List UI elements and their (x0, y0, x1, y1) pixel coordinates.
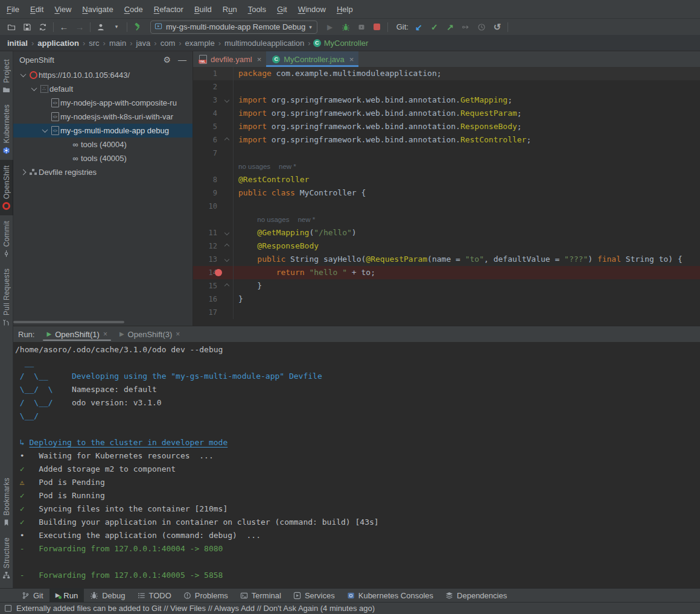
toolwindow-button-problems[interactable]: Problems (177, 589, 234, 602)
gutter-line-number[interactable]: 6 (193, 133, 221, 147)
sidebar-item-commit[interactable]: Commit (0, 215, 13, 263)
run-play-button[interactable]: ▶ (322, 20, 338, 34)
menu-git[interactable]: Git (272, 5, 293, 14)
gutter-line-number[interactable]: 4 (193, 107, 221, 120)
gear-icon[interactable]: ⚙ (163, 55, 171, 64)
git-cherry-pick-button[interactable] (458, 20, 474, 34)
sidebar-item-structure[interactable]: Structure (0, 532, 13, 584)
breadcrumb-item[interactable]: src (88, 39, 100, 48)
toolwindow-button-debug[interactable]: Debug (84, 589, 131, 602)
gutter-line-number[interactable]: 15 (193, 279, 221, 293)
toolwindow-button-terminal[interactable]: Terminal (234, 589, 287, 602)
debug-bug-button[interactable] (338, 20, 354, 34)
chevron-down-icon[interactable] (42, 127, 48, 133)
menu-file[interactable]: File (1, 5, 25, 14)
gutter-line-number[interactable]: 2 (193, 80, 221, 93)
breadcrumb-item[interactable]: application (36, 39, 80, 48)
breadcrumb-item[interactable]: main (108, 39, 127, 48)
fold-up-icon[interactable] (224, 283, 229, 288)
horizontal-scrollbar[interactable] (13, 321, 124, 323)
menu-view[interactable]: View (49, 5, 77, 14)
tree-item[interactable]: https://10.10.10.105:6443/ (13, 68, 192, 82)
git-rollback-button[interactable]: ↺ (489, 20, 505, 34)
git-commit-button[interactable]: ✓ (427, 20, 442, 34)
tree-item[interactable]: <>my-gs-multi-module-app debug (13, 124, 192, 138)
gutter-line-number[interactable]: 13 (193, 253, 221, 266)
gutter-line-number[interactable]: 3 (193, 93, 221, 107)
tree-item[interactable]: <>my-nodejs-app-with-composite-ru (13, 96, 192, 110)
breadcrumb-item[interactable]: example (184, 39, 216, 48)
chevron-right-icon[interactable] (20, 169, 26, 176)
tree-item[interactable]: Devfile registries (13, 165, 192, 179)
gutter-line-number[interactable]: 12 (193, 239, 221, 253)
git-update-button[interactable]: ↙ (411, 20, 427, 34)
breadcrumb-item[interactable]: com (159, 39, 177, 48)
menu-refactor[interactable]: Refactor (148, 5, 189, 14)
toolwindow-button-git[interactable]: Git (16, 589, 49, 602)
gutter-line-number[interactable]: 5 (193, 120, 221, 133)
code-area[interactable]: 1package com.example.multimoduleapplicat… (193, 67, 700, 319)
breadcrumb-item[interactable]: initial (6, 39, 29, 48)
menu-run[interactable]: Run (217, 5, 243, 14)
menu-help[interactable]: Help (331, 5, 358, 14)
gutter-line-number[interactable]: 10 (193, 200, 221, 213)
toolwindow-button-dependencies[interactable]: Dependencies (439, 589, 513, 602)
fold-down-icon[interactable] (224, 257, 229, 262)
open-folder-button[interactable] (4, 20, 19, 34)
sidebar-item-openshift[interactable]: OpenShift (0, 160, 13, 215)
menu-code[interactable]: Code (119, 5, 148, 14)
back-arrow-button[interactable]: ← (56, 20, 72, 34)
minimize-icon[interactable]: — (178, 55, 186, 64)
menu-window[interactable]: Window (293, 5, 331, 14)
breadcrumb-item[interactable]: multimoduleapplication (223, 39, 305, 48)
menu-tools[interactable]: Tools (243, 5, 272, 14)
fold-down-icon[interactable] (224, 230, 229, 235)
breadcrumb-class-item[interactable]: CMyController (313, 39, 369, 48)
build-hammer-button[interactable] (130, 20, 145, 34)
stop-button[interactable] (369, 20, 385, 34)
editor-tab-MyController-java[interactable]: CMyController.java× (266, 51, 358, 67)
usages-hint[interactable]: no usagesnew * (238, 163, 296, 170)
gutter-line-number[interactable]: 17 (193, 306, 221, 319)
run-tab-OpenShift3[interactable]: ▶OpenShift(3)× (113, 326, 186, 342)
chevron-down-icon[interactable] (31, 85, 37, 91)
fold-up-icon[interactable] (224, 138, 229, 142)
forward-arrow-button[interactable]: → (72, 20, 88, 34)
gutter-line-number[interactable]: 9 (193, 186, 221, 200)
run-tab-OpenShift1[interactable]: ▶OpenShift(1)× (40, 326, 113, 342)
toolwindow-button-kubernetes-consoles[interactable]: Kubernetes Consoles (341, 589, 439, 602)
status-message[interactable]: Externally added files can be added to G… (16, 604, 375, 613)
gutter-line-number[interactable]: 16 (193, 293, 221, 306)
toolwindow-button-todo[interactable]: TODO (132, 589, 177, 602)
tree-item[interactable]: <>my-nodesjs-with-k8s-uri-with-var (13, 110, 192, 124)
git-history-button[interactable] (474, 20, 489, 34)
fold-up-icon[interactable] (224, 244, 229, 248)
sidebar-item-project[interactable]: Project (0, 54, 13, 99)
sync-button[interactable] (35, 20, 51, 34)
user-button[interactable] (93, 20, 109, 34)
run-console[interactable]: /home/asoro/.odo/cache/3.1.0/odo dev --d… (13, 343, 700, 582)
breadcrumb-item[interactable]: java (135, 39, 151, 48)
attach-button[interactable] (354, 20, 369, 34)
dropdown-caret-button[interactable]: ▾ (109, 20, 124, 34)
gutter-line-number[interactable]: 11 (193, 226, 221, 239)
toolwindow-button-services[interactable]: Services (287, 589, 341, 602)
gutter-line-number[interactable]: 7 (193, 147, 221, 160)
sidebar-item-pull-requests[interactable]: Pull Requests (0, 263, 13, 332)
close-icon[interactable]: × (349, 55, 354, 64)
tree-item[interactable]: ∞tools (40004) (13, 138, 192, 151)
close-icon[interactable]: × (103, 330, 107, 338)
gutter-line-number[interactable]: 8 (193, 173, 221, 186)
menu-build[interactable]: Build (189, 5, 217, 14)
sidebar-item-bookmarks[interactable]: Bookmarks (0, 472, 13, 532)
save-button[interactable] (19, 20, 35, 34)
close-icon[interactable]: × (176, 330, 180, 338)
menu-edit[interactable]: Edit (25, 5, 49, 14)
editor-tab-devfile-yaml[interactable]: YMLdevfile.yaml× (193, 51, 266, 67)
fold-down-icon[interactable] (224, 98, 229, 103)
sidebar-item-kubernetes[interactable]: Kubernetes (0, 99, 13, 159)
breakpoint-icon[interactable] (215, 269, 222, 276)
menu-navigate[interactable]: Navigate (77, 5, 118, 14)
run-configuration-select[interactable]: my-gs-multi-module-app Remote Debug ▾ (150, 21, 317, 34)
usages-hint[interactable]: no usagesnew * (238, 216, 315, 223)
